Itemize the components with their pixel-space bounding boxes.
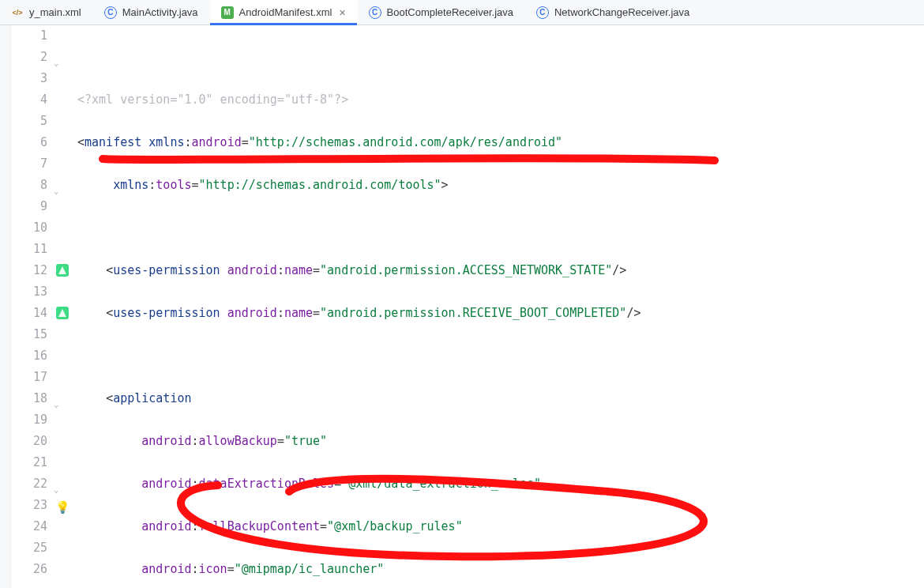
- java-class-icon: C: [536, 6, 549, 19]
- line-number: 26: [11, 559, 47, 580]
- code-line[interactable]: <uses-permission android:name="android.p…: [77, 303, 924, 324]
- line-number: 17: [11, 367, 47, 388]
- line-number: 12: [11, 260, 47, 281]
- tab-label: AndroidManifest.xml: [239, 6, 332, 18]
- java-class-icon: C: [104, 6, 117, 19]
- code-line[interactable]: android:icon="@mipmap/ic_launcher": [77, 559, 924, 580]
- close-icon[interactable]: ×: [339, 6, 345, 19]
- line-number: 25: [11, 537, 47, 559]
- line-number: 6: [11, 132, 47, 153]
- java-class-icon: C: [369, 6, 381, 19]
- line-number: 8: [11, 175, 47, 196]
- manifest-icon: M: [221, 6, 234, 19]
- android-gutter-icon[interactable]: [56, 264, 69, 277]
- fold-toggle-icon[interactable]: ⌄: [54, 394, 58, 415]
- code-area[interactable]: <?xml version="1.0" encoding="utf-8"?> <…: [77, 25, 924, 588]
- line-number: 10: [11, 217, 47, 239]
- line-number-gutter: 1234567891011121314151617181920212223242…: [11, 25, 54, 588]
- fold-toggle-icon[interactable]: ⌄: [54, 180, 58, 202]
- code-line[interactable]: [77, 217, 924, 239]
- fold-toggle-icon[interactable]: ⌄: [54, 52, 58, 74]
- line-number: 4: [11, 89, 47, 111]
- editor-tabbar: </>y_main.xmlCMainActivity.javaMAndroidM…: [0, 0, 924, 25]
- tab-label: y_main.xml: [29, 6, 81, 18]
- line-number: 11: [11, 239, 47, 260]
- gutter-icons: ⌄⌄⌄⌄💡: [54, 25, 77, 588]
- line-number: 14: [11, 303, 47, 324]
- tab-t3[interactable]: CBootCompleteReceiver.java: [358, 0, 525, 24]
- code-line[interactable]: <?xml version="1.0" encoding="utf-8"?>: [77, 89, 924, 111]
- code-line[interactable]: <application: [77, 388, 924, 409]
- line-number: 18: [11, 388, 47, 409]
- left-rail: [0, 25, 11, 588]
- tab-label: BootCompleteReceiver.java: [387, 6, 513, 18]
- tab-t1[interactable]: CMainActivity.java: [93, 0, 210, 24]
- line-number: 16: [11, 345, 47, 367]
- tab-label: NetworkChangeReceiver.java: [554, 6, 689, 18]
- line-number: 1: [11, 25, 47, 47]
- line-number: 22: [11, 473, 47, 495]
- intention-bulb-icon[interactable]: 💡: [55, 497, 70, 518]
- line-number: 9: [11, 196, 47, 217]
- code-line[interactable]: <manifest xmlns:android="http://schemas.…: [77, 132, 924, 153]
- line-number: 13: [11, 281, 47, 303]
- line-number: 2: [11, 47, 47, 68]
- line-number: 24: [11, 516, 47, 537]
- tab-t0[interactable]: </>y_main.xml: [0, 0, 93, 24]
- tab-t2[interactable]: MAndroidManifest.xml×: [210, 0, 358, 24]
- tab-label: MainActivity.java: [122, 6, 198, 18]
- code-line[interactable]: android:allowBackup="true": [77, 431, 924, 452]
- line-number: 23: [11, 495, 47, 516]
- line-number: 5: [11, 111, 47, 132]
- code-line[interactable]: xmlns:tools="http://schemas.android.com/…: [77, 175, 924, 196]
- code-line[interactable]: <uses-permission android:name="android.p…: [77, 260, 924, 281]
- code-line[interactable]: [77, 345, 924, 367]
- line-number: 19: [11, 409, 47, 431]
- tab-t4[interactable]: CNetworkChangeReceiver.java: [525, 0, 701, 24]
- line-number: 3: [11, 68, 47, 89]
- line-number: 7: [11, 153, 47, 175]
- code-line[interactable]: android:fullBackupContent="@xml/backup_r…: [77, 516, 924, 537]
- android-gutter-icon[interactable]: [56, 307, 69, 319]
- code-line[interactable]: android:dataExtractionRules="@xml/data_e…: [77, 473, 924, 495]
- xml-file-icon: </>: [11, 6, 24, 19]
- line-number: 20: [11, 431, 47, 452]
- line-number: 21: [11, 452, 47, 473]
- code-editor[interactable]: 1234567891011121314151617181920212223242…: [0, 25, 924, 588]
- line-number: 15: [11, 324, 47, 345]
